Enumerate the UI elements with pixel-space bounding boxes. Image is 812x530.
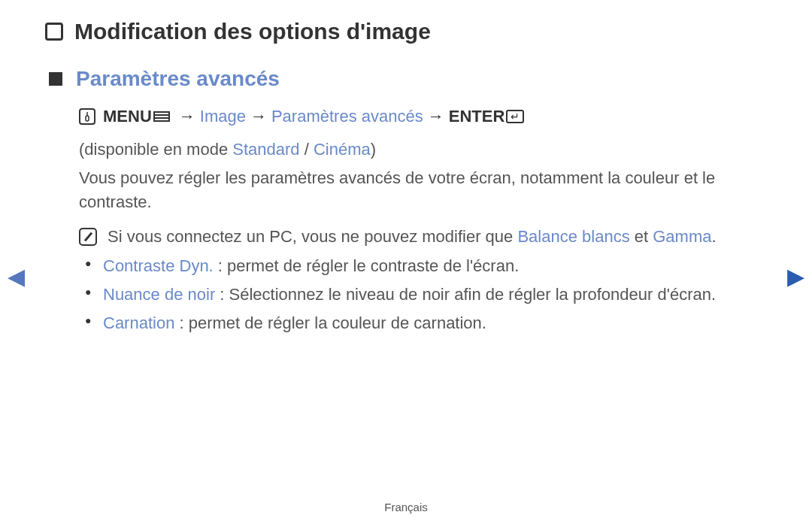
mode-cinema: Cinéma — [314, 140, 371, 159]
arrow-icon: → — [428, 104, 444, 129]
availability-prefix: (disponible en mode — [79, 140, 232, 159]
description-text: Vous pouvez régler les paramètres avancé… — [79, 166, 767, 214]
note-prefix: Si vous connectez un PC, vous ne pouvez … — [108, 227, 517, 246]
bullet-text: : Sélectionnez le niveau de noir afin de… — [215, 285, 716, 304]
mode-standard: Standard — [232, 140, 299, 159]
availability-suffix: ) — [371, 140, 376, 159]
note-mid: et — [630, 227, 653, 246]
prev-page-button[interactable]: ◀ — [8, 263, 25, 289]
list-item: Nuance de noir : Sélectionnez le niveau … — [79, 283, 767, 307]
enter-icon — [506, 110, 524, 123]
book-icon — [45, 23, 63, 41]
touch-icon — [79, 108, 95, 125]
menu-path: MENU → Image → Paramètres avancés → ENTE… — [79, 104, 767, 129]
note-term1: Balance blancs — [517, 227, 629, 246]
next-page-button[interactable]: ▶ — [787, 263, 804, 289]
note-suffix: . — [711, 227, 716, 246]
bullet-text: : permet de régler le contraste de l'écr… — [214, 256, 520, 275]
section-title-text: Paramètres avancés — [76, 67, 280, 91]
bullet-text: : permet de régler la couleur de carnati… — [174, 313, 486, 332]
bullet-label: Nuance de noir — [103, 285, 215, 304]
page-title-text: Modification des options d'image — [74, 19, 431, 44]
bullet-list: Contraste Dyn. : permet de régler le con… — [79, 254, 767, 335]
menu-icon — [153, 111, 170, 122]
breadcrumb-params: Paramètres avancés — [271, 104, 423, 129]
list-item: Contraste Dyn. : permet de régler le con… — [79, 254, 767, 278]
content-area: MENU → Image → Paramètres avancés → ENTE… — [79, 104, 767, 335]
availability-sep: / — [300, 140, 314, 159]
enter-label: ENTER — [449, 104, 505, 129]
availability-text: (disponible en mode Standard / Cinéma) — [79, 138, 767, 162]
menu-label: MENU — [103, 104, 152, 129]
breadcrumb-image: Image — [200, 104, 246, 129]
section-title: Paramètres avancés — [49, 67, 767, 91]
note-row: Si vous connectez un PC, vous ne pouvez … — [79, 225, 767, 249]
note-text: Si vous connectez un PC, vous ne pouvez … — [108, 225, 767, 249]
square-bullet-icon — [49, 72, 62, 86]
bullet-label: Carnation — [103, 313, 174, 332]
note-term2: Gamma — [653, 227, 711, 246]
footer-language: Français — [0, 501, 812, 513]
bullet-label: Contraste Dyn. — [103, 256, 214, 275]
arrow-icon: → — [179, 104, 195, 129]
page-title: Modification des options d'image — [45, 19, 767, 44]
note-icon — [79, 228, 97, 246]
arrow-icon: → — [250, 104, 267, 129]
list-item: Carnation : permet de régler la couleur … — [79, 311, 767, 335]
